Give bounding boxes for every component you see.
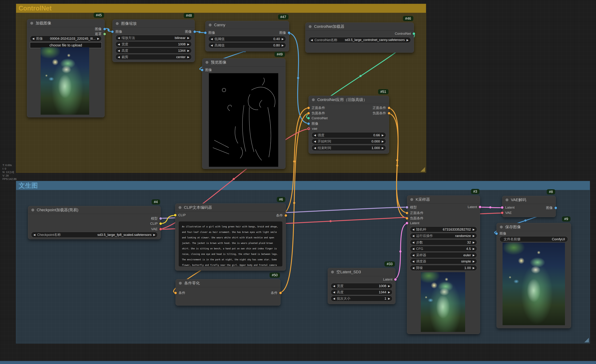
node-header[interactable]: Canny bbox=[206, 21, 289, 29]
input-port-negative[interactable]: 负面条件 bbox=[307, 111, 325, 116]
input-port-image[interactable]: 图像 bbox=[204, 30, 215, 35]
output-port-clip[interactable]: CLIP bbox=[150, 222, 162, 226]
conditioning-port-icon[interactable] bbox=[406, 212, 408, 214]
conditioning-port-icon[interactable] bbox=[307, 107, 310, 109]
seed-widget[interactable]: ◀ 随机种 673163335282702 ▶ bbox=[410, 226, 477, 232]
node-image-scale[interactable]: #48 图像缩放 图像 图像 ◀ 缩放方法 bilinear ▶ ◀ 宽度 10… bbox=[112, 20, 195, 62]
next-arrow-icon[interactable]: ▶ bbox=[382, 140, 384, 143]
output-port-vae[interactable]: VAE bbox=[151, 227, 162, 231]
prev-arrow-icon[interactable]: ◀ bbox=[412, 247, 414, 250]
next-arrow-icon[interactable]: ▶ bbox=[473, 254, 475, 257]
prev-arrow-icon[interactable]: ◀ bbox=[118, 36, 120, 40]
image-port-icon[interactable] bbox=[103, 28, 106, 30]
node-header[interactable]: CLIP文本编码器 bbox=[175, 204, 286, 211]
next-arrow-icon[interactable]: ▶ bbox=[473, 228, 475, 231]
node-header[interactable]: 预览图像 bbox=[202, 58, 285, 66]
next-arrow-icon[interactable]: ▶ bbox=[473, 241, 475, 244]
low-threshold-widget[interactable]: ◀ 低阈值 0.40 ▶ bbox=[208, 36, 286, 42]
image-port-icon[interactable] bbox=[495, 232, 498, 235]
next-arrow-icon[interactable]: ▶ bbox=[473, 266, 475, 269]
collapse-dot-icon[interactable] bbox=[179, 282, 182, 285]
collapse-dot-icon[interactable] bbox=[410, 198, 413, 201]
control-after-generate-widget[interactable]: ◀ 运行后操作 randomize ▶ bbox=[410, 233, 477, 239]
input-port-image[interactable]: 图像 bbox=[201, 68, 212, 72]
input-port-negative[interactable]: 负面条件 bbox=[406, 216, 424, 221]
prev-arrow-icon[interactable]: ◀ bbox=[311, 38, 313, 42]
next-arrow-icon[interactable]: ▶ bbox=[473, 234, 475, 237]
node-clip-text-encode[interactable]: #6 CLIP文本编码器 CLIP 条件 An illustration of … bbox=[175, 204, 286, 271]
controlnet-port-icon[interactable] bbox=[413, 32, 415, 35]
node-load-image[interactable]: #45 加载图像 图像 遮罩 ◀ 图像 00004-20241103_22024… bbox=[27, 19, 105, 117]
node-header[interactable]: 图像缩放 bbox=[113, 20, 194, 28]
node-canny[interactable]: #47 Canny 图像 图像 ◀ 低阈值 0.40 ▶ ◀ 高阈值 0.80 … bbox=[205, 21, 289, 51]
prev-arrow-icon[interactable]: ◀ bbox=[314, 140, 316, 143]
node-header[interactable]: 空Latent_SD3 bbox=[328, 268, 395, 276]
next-arrow-icon[interactable]: ▶ bbox=[187, 55, 189, 59]
prev-arrow-icon[interactable]: ◀ bbox=[412, 234, 414, 237]
node-preview-image[interactable]: #49 预览图像 图像 bbox=[202, 58, 285, 169]
conditioning-port-icon[interactable] bbox=[388, 107, 390, 109]
input-port-positive[interactable]: 正面条件 bbox=[307, 106, 325, 110]
prev-arrow-icon[interactable]: ◀ bbox=[314, 134, 316, 137]
vae-port-icon[interactable] bbox=[159, 228, 162, 230]
output-port-positive[interactable]: 正面条件 bbox=[372, 106, 390, 110]
next-arrow-icon[interactable]: ▶ bbox=[382, 146, 384, 150]
input-port-vae[interactable]: vae bbox=[307, 127, 317, 131]
next-arrow-icon[interactable]: ▶ bbox=[187, 49, 189, 52]
node-header[interactable]: ControlNet加载器 bbox=[305, 23, 414, 31]
prev-arrow-icon[interactable]: ◀ bbox=[412, 260, 414, 263]
scheduler-widget[interactable]: ◀ 调度器 simple ▶ bbox=[410, 258, 477, 264]
checkpoint-name-widget[interactable]: ◀ Checkpoint名称 sd3.5_large_fp8_scaled.sa… bbox=[31, 232, 158, 238]
next-arrow-icon[interactable]: ▶ bbox=[153, 233, 155, 236]
image-port-icon[interactable] bbox=[204, 32, 207, 34]
image-port-icon[interactable] bbox=[554, 207, 557, 209]
next-arrow-icon[interactable]: ▶ bbox=[473, 247, 475, 250]
batch-size-widget[interactable]: ◀ 批次大小 1 ▶ bbox=[331, 296, 392, 301]
prev-arrow-icon[interactable]: ◀ bbox=[118, 49, 120, 52]
conditioning-port-icon[interactable] bbox=[279, 292, 282, 294]
prev-arrow-icon[interactable]: ◀ bbox=[118, 43, 120, 46]
conditioning-port-icon[interactable] bbox=[388, 112, 390, 115]
collapse-dot-icon[interactable] bbox=[506, 198, 508, 201]
next-arrow-icon[interactable]: ▶ bbox=[187, 43, 189, 46]
latent-port-icon[interactable] bbox=[501, 206, 503, 209]
output-port-image[interactable]: 图像 bbox=[546, 206, 557, 210]
input-port-image[interactable]: 图像 bbox=[495, 231, 506, 236]
output-port-controlnet[interactable]: ControlNet bbox=[395, 32, 415, 36]
image-port-icon[interactable] bbox=[201, 69, 203, 71]
conditioning-port-icon[interactable] bbox=[406, 217, 408, 219]
node-vae-decode[interactable]: #8 VAE解码 Latent VAE 图像 bbox=[502, 196, 556, 217]
prev-arrow-icon[interactable]: ◀ bbox=[314, 146, 316, 150]
end-percent-widget[interactable]: ◀ 结束时间 1.000 ▶ bbox=[312, 145, 386, 151]
input-port-vae[interactable]: VAE bbox=[501, 211, 512, 215]
image-port-icon[interactable] bbox=[111, 30, 114, 33]
strength-widget[interactable]: ◀ 强度 0.66 ▶ bbox=[312, 132, 386, 138]
clip-port-icon[interactable] bbox=[159, 222, 162, 225]
node-conditioning-zero-out[interactable]: #50 条件零化 条件 条件 bbox=[176, 279, 281, 306]
filename-prefix-widget[interactable]: 文件名前缀 ComfyUI bbox=[499, 236, 568, 242]
model-port-icon[interactable] bbox=[406, 206, 408, 209]
input-port-positive[interactable]: 正面条件 bbox=[406, 211, 424, 215]
scale-method-widget[interactable]: ◀ 缩放方法 bilinear ▶ bbox=[115, 35, 192, 41]
node-header[interactable]: VAE解码 bbox=[502, 196, 556, 204]
image-port-icon[interactable] bbox=[194, 30, 196, 33]
image-port-icon[interactable] bbox=[288, 32, 290, 34]
prev-arrow-icon[interactable]: ◀ bbox=[412, 241, 414, 244]
input-port-clip[interactable]: CLIP bbox=[174, 213, 186, 217]
conditioning-port-icon[interactable] bbox=[174, 292, 177, 294]
prev-arrow-icon[interactable]: ◀ bbox=[412, 254, 414, 257]
collapse-dot-icon[interactable] bbox=[209, 24, 212, 26]
node-header[interactable]: Checkpoint加载器(简易) bbox=[28, 206, 160, 214]
controlnet-port-icon[interactable] bbox=[307, 117, 310, 119]
latent-port-icon[interactable] bbox=[406, 222, 408, 224]
node-header[interactable]: 加载图像 bbox=[27, 19, 104, 27]
image-file-combo[interactable]: ◀ 图像 00004-20241103_220245_Ill... ▶ bbox=[30, 36, 102, 42]
collapse-dot-icon[interactable] bbox=[312, 98, 315, 101]
conditioning-port-icon[interactable] bbox=[285, 214, 287, 217]
input-port-latent[interactable]: Latent bbox=[406, 221, 419, 225]
next-arrow-icon[interactable]: ▶ bbox=[388, 291, 390, 294]
clip-port-icon[interactable] bbox=[174, 214, 176, 216]
output-port-conditioning[interactable]: 条件 bbox=[276, 213, 287, 218]
output-port-latent[interactable]: Latent bbox=[468, 205, 481, 209]
crop-widget[interactable]: ◀ 裁剪 center ▶ bbox=[115, 54, 192, 60]
